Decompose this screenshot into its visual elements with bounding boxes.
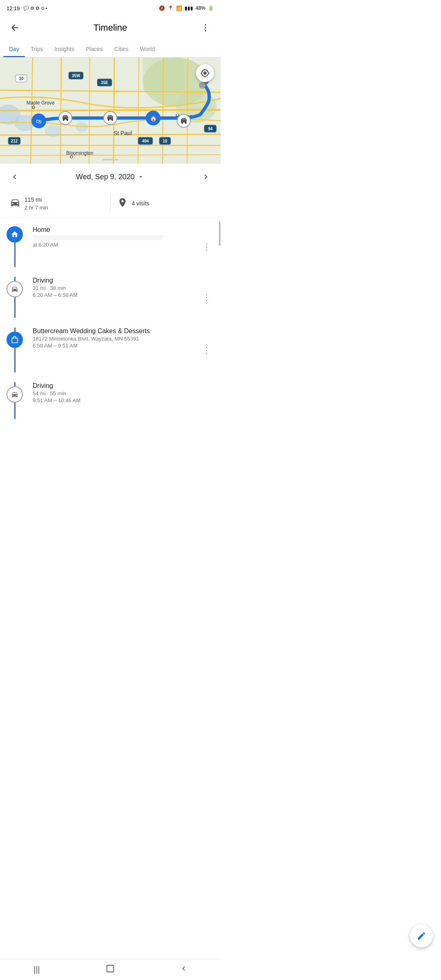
next-date-button[interactable] bbox=[199, 170, 212, 183]
timeline-item-buttercream: Buttercream Wedding Cakes & Desserts 181… bbox=[0, 323, 220, 377]
page-title: Timeline bbox=[94, 22, 127, 33]
svg-text:94: 94 bbox=[208, 127, 213, 131]
tab-trips[interactable]: Trips bbox=[25, 41, 49, 57]
svg-text:35E: 35E bbox=[101, 80, 108, 85]
stats-divider bbox=[110, 196, 111, 212]
svg-point-60 bbox=[199, 82, 205, 89]
timeline-connector-driving2 bbox=[0, 382, 29, 419]
status-time: 12:19 💬⚙⚙⊙• bbox=[7, 5, 47, 11]
distance-stat: 115 mi 2 hr 7 min bbox=[10, 196, 104, 212]
svg-point-48 bbox=[108, 119, 109, 121]
timeline-line-after-home bbox=[14, 243, 16, 267]
duration-value: 2 hr 7 min bbox=[24, 204, 48, 212]
home-time: at 6:20 AM bbox=[33, 242, 196, 248]
date-dropdown-icon bbox=[137, 173, 145, 180]
timeline-list: Home at 6:20 AM ⋮ Driving 31 mi · 38 min… bbox=[0, 218, 220, 468]
driving1-more-button[interactable]: ⋮ bbox=[199, 290, 214, 305]
svg-text:🛍: 🛍 bbox=[36, 118, 42, 125]
tab-world[interactable]: World bbox=[134, 41, 160, 57]
svg-rect-42 bbox=[63, 115, 67, 117]
svg-point-53 bbox=[181, 122, 183, 124]
driving2-content: Driving 54 mi · 55 min 9:51 AM – 10:46 A… bbox=[29, 382, 214, 403]
buttercream-address: 18172 Minnetonka Blvd, Wayzata, MN 55391 bbox=[33, 336, 196, 342]
date-navigation: Wed, Sep 9, 2020 bbox=[0, 164, 220, 190]
map-drag-handle[interactable] bbox=[102, 159, 118, 160]
header: Timeline ⋮ bbox=[0, 15, 220, 41]
visits-value: 4 visits bbox=[132, 200, 149, 208]
svg-point-44 bbox=[67, 119, 68, 121]
home-place-content: Home at 6:20 AM bbox=[29, 226, 199, 248]
svg-text:212: 212 bbox=[11, 139, 18, 143]
status-icons: 💬⚙⚙⊙• bbox=[23, 6, 47, 11]
svg-text:Bloomington: Bloomington bbox=[66, 150, 94, 156]
visits-stat: 4 visits bbox=[117, 197, 211, 210]
timeline-line-after-driving1 bbox=[14, 297, 16, 318]
svg-line-16 bbox=[114, 58, 114, 164]
svg-point-43 bbox=[63, 119, 65, 121]
svg-rect-47 bbox=[108, 115, 112, 117]
svg-rect-52 bbox=[182, 118, 186, 120]
svg-text:🏠: 🏠 bbox=[150, 115, 157, 122]
timeline-item-driving-1: Driving 31 mi · 38 min 6:20 AM – 6:58 AM… bbox=[0, 272, 220, 323]
timeline-connector-buttercream bbox=[0, 327, 29, 372]
tab-day[interactable]: Day bbox=[3, 41, 25, 57]
svg-text:St Paul: St Paul bbox=[114, 130, 132, 136]
driving2-time: 9:51 AM – 10:46 AM bbox=[33, 397, 211, 403]
driving-timeline-icon-1 bbox=[7, 281, 23, 297]
timeline-item-driving-2: Driving 54 mi · 55 min 9:51 AM – 10:46 A… bbox=[0, 377, 220, 424]
driving2-distance: 54 mi · 55 min bbox=[33, 390, 211, 396]
back-button[interactable] bbox=[7, 20, 23, 36]
driving1-distance: 31 mi · 38 min bbox=[33, 285, 196, 291]
home-timeline-icon bbox=[7, 226, 23, 243]
svg-text:10: 10 bbox=[163, 139, 167, 143]
status-indicators: 🔕 📍 📶 ▮▮▮ 48% 🔋 bbox=[159, 5, 214, 11]
shopping-timeline-icon bbox=[7, 332, 23, 348]
bottom-spacer bbox=[0, 424, 220, 465]
timeline-line-before-buttercream bbox=[14, 327, 16, 332]
tab-places[interactable]: Places bbox=[80, 41, 109, 57]
driving1-content: Driving 31 mi · 38 min 6:20 AM – 6:58 AM bbox=[29, 277, 199, 298]
battery-icon: 🔋 bbox=[208, 5, 214, 11]
signal-icon: ▮▮▮ bbox=[185, 5, 193, 11]
home-address-redacted bbox=[33, 235, 163, 240]
wifi-icon: 📶 bbox=[176, 5, 182, 11]
svg-point-49 bbox=[111, 119, 113, 121]
tab-insights[interactable]: Insights bbox=[49, 41, 80, 57]
svg-point-54 bbox=[185, 122, 187, 124]
map-view[interactable]: 10 35W 35E 494 212 10 94 Maple Grove St … bbox=[0, 58, 220, 164]
buttercream-time: 6:58 AM – 9:51 AM bbox=[33, 343, 196, 349]
map-svg: 10 35W 35E 494 212 10 94 Maple Grove St … bbox=[0, 58, 220, 164]
buttercream-title: Buttercream Wedding Cakes & Desserts bbox=[33, 327, 196, 335]
date-selector[interactable]: Wed, Sep 9, 2020 bbox=[76, 173, 145, 181]
battery-indicator: 48% bbox=[196, 5, 205, 11]
more-icon: ⋮ bbox=[201, 22, 210, 33]
current-date: Wed, Sep 9, 2020 bbox=[76, 173, 135, 181]
driving1-title: Driving bbox=[33, 277, 196, 284]
svg-text:Maple Grove: Maple Grove bbox=[27, 100, 55, 106]
tabs-bar: Day Trips Insights Places Cities World bbox=[0, 41, 220, 58]
buttercream-content: Buttercream Wedding Cakes & Desserts 181… bbox=[29, 327, 199, 349]
timeline-line-before-driving2 bbox=[14, 382, 16, 386]
status-bar: 12:19 💬⚙⚙⊙• 🔕 📍 📶 ▮▮▮ 48% 🔋 bbox=[0, 0, 220, 15]
timeline-item-home: Home at 6:20 AM ⋮ bbox=[0, 221, 220, 272]
prev-date-button[interactable] bbox=[8, 170, 21, 183]
buttercream-more-button[interactable]: ⋮ bbox=[199, 343, 214, 357]
home-more-button[interactable]: ⋮ bbox=[199, 239, 214, 254]
alert-icon: 🔕 bbox=[159, 5, 165, 11]
more-button[interactable]: ⋮ bbox=[198, 20, 214, 36]
timeline-line-after-driving2 bbox=[14, 403, 16, 419]
driving-timeline-icon-2 bbox=[7, 386, 23, 403]
svg-text:10: 10 bbox=[19, 76, 24, 81]
daily-stats: 115 mi 2 hr 7 min 4 visits bbox=[0, 190, 220, 218]
driving2-title: Driving bbox=[33, 382, 211, 390]
svg-text:35W: 35W bbox=[72, 74, 80, 78]
location-icon: 📍 bbox=[167, 5, 174, 11]
svg-text:494: 494 bbox=[142, 139, 149, 143]
tab-cities[interactable]: Cities bbox=[109, 41, 134, 57]
timeline-connector-home bbox=[0, 226, 29, 267]
car-icon bbox=[10, 197, 20, 210]
timeline-connector-driving1 bbox=[0, 277, 29, 318]
driving1-time: 6:20 AM – 6:58 AM bbox=[33, 292, 196, 298]
map-location-button[interactable] bbox=[196, 64, 214, 82]
timeline-line-before-driving1 bbox=[14, 277, 16, 281]
